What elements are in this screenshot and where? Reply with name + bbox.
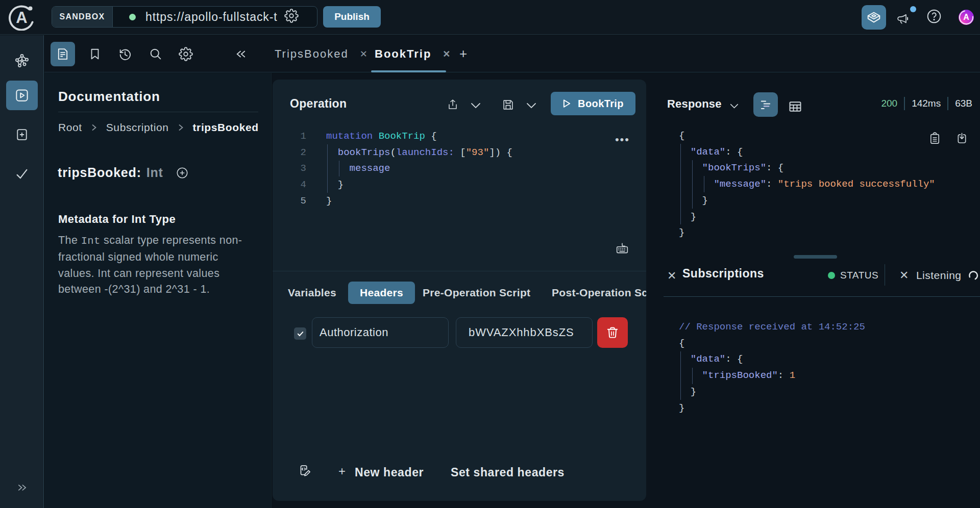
svg-text:A: A	[16, 9, 27, 27]
